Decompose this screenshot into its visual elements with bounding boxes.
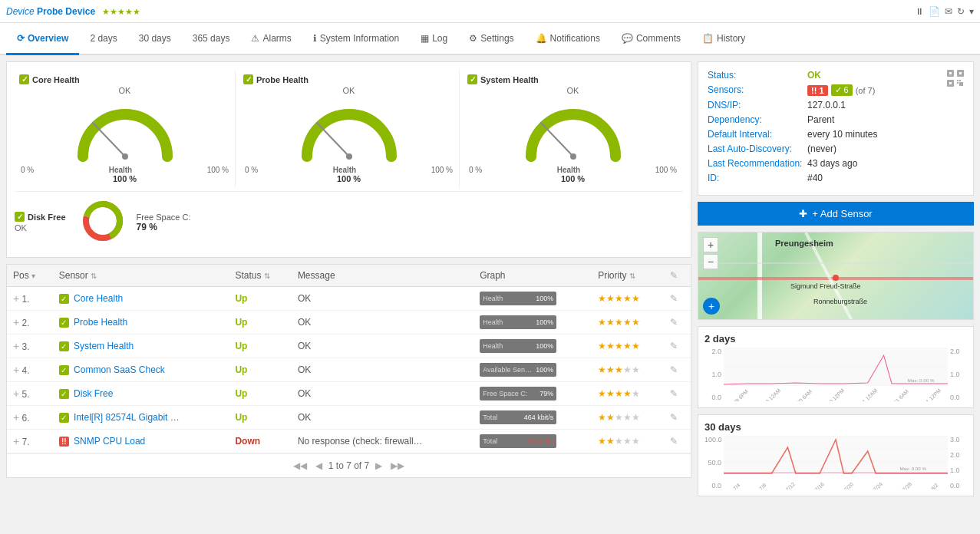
core-health-labels: 0 % Health 100 %	[19, 166, 230, 174]
cell-priority: ★★★★★	[592, 382, 664, 406]
zoom-out-btn[interactable]: −	[703, 254, 718, 269]
prev-btn[interactable]: ◀	[315, 460, 322, 471]
cell-sensor[interactable]: !! SNMP CPU Load	[53, 430, 229, 453]
table-row: + 4. ✓ Common SaaS Check Up OK Available…	[7, 358, 691, 382]
tab-alarms[interactable]: ⚠ Alarms	[240, 23, 302, 55]
core-health-title: Core Health	[32, 75, 80, 84]
cell-priority: ★★★★★	[592, 406, 664, 430]
right-panel: Status: OK Sensors: !! 1 ✓ 6 (of 7) DNS/…	[698, 61, 974, 503]
refresh-icon[interactable]: ↻	[957, 6, 965, 17]
cell-edit[interactable]: ✎	[664, 311, 691, 335]
cell-sensor[interactable]: ✓ Probe Health	[53, 311, 229, 335]
cell-sensor[interactable]: ✓ Intel[R] 82574L Gigabit …	[53, 406, 229, 430]
cell-message: OK	[292, 358, 474, 382]
autodiscovery-value: (never)	[807, 143, 836, 154]
svg-text:Max: 0.00 %: Max: 0.00 %	[908, 377, 935, 383]
svg-rect-18	[959, 82, 963, 86]
col-pos[interactable]: Pos ▾	[7, 265, 53, 287]
map-placeholder: Preungesheim Sigmund Freud-Straße Ronneb…	[698, 232, 973, 319]
cell-pos[interactable]: + 6.	[7, 406, 53, 430]
tab-settings[interactable]: ⚙ Settings	[458, 23, 524, 55]
map-street-label: Sigmund Freud-Straße	[790, 282, 861, 290]
cell-sensor[interactable]: ✓ System Health	[53, 335, 229, 358]
device-stars: ★★★★★	[102, 7, 140, 16]
tab-log[interactable]: ▦ Log	[410, 23, 458, 55]
dns-label: DNS/IP:	[708, 100, 807, 110]
alarms-icon: ⚠	[251, 33, 259, 44]
chart-30days: 30 days 100.0 50.0 0.0 3.0 2.0 1.0 0.0	[698, 414, 974, 496]
recommendation-value: 43 days ago	[807, 158, 857, 169]
history-icon: 📋	[702, 33, 714, 44]
next-btn[interactable]: ▶	[375, 460, 382, 471]
cell-edit[interactable]: ✎	[664, 358, 691, 382]
pause-icon[interactable]: ⏸	[915, 6, 924, 17]
top-bar: Device Probe Device ★★★★★ ⏸ 📄 ✉ ↻ ▾	[0, 0, 980, 23]
cell-graph: Total 464 kbit/s	[474, 406, 592, 430]
chart-30days-x: 7/4 7/8 7/12 7/16 7/20 7/24 7/28 8/2	[724, 474, 948, 490]
tab-history[interactable]: 📋 History	[691, 23, 756, 55]
qr-icon[interactable]	[947, 70, 964, 89]
autodiscovery-label: Last Auto-Discovery:	[708, 143, 807, 154]
cell-edit[interactable]: ✎	[664, 382, 691, 406]
notifications-icon: 🔔	[536, 33, 547, 44]
cell-graph: Available Sen… 100%	[474, 358, 592, 382]
cell-graph: Total No data	[474, 430, 592, 453]
map-marker	[833, 275, 839, 281]
cell-pos[interactable]: + 2.	[7, 311, 53, 335]
table-row: + 7. !! SNMP CPU Load Down No response (…	[7, 430, 691, 453]
prev-page-btn[interactable]: ◀◀	[293, 460, 307, 471]
cell-status: Up	[229, 382, 291, 406]
expand-map-btn[interactable]: +	[703, 298, 720, 315]
tab-365days[interactable]: 365 days	[182, 23, 241, 55]
cell-graph: Health 100%	[474, 311, 592, 335]
document-icon[interactable]: 📄	[929, 6, 940, 17]
email-icon[interactable]: ✉	[945, 6, 952, 17]
table-row: + 5. ✓ Disk Free Up OK Free Space C: 79%…	[7, 382, 691, 406]
cell-pos[interactable]: + 3.	[7, 335, 53, 358]
cell-sensor[interactable]: ✓ Common SaaS Check	[53, 358, 229, 382]
cell-sensor[interactable]: ✓ Core Health	[53, 287, 229, 311]
next-page-btn[interactable]: ▶▶	[391, 460, 404, 471]
chart-30days-title: 30 days	[704, 421, 967, 433]
tab-comments[interactable]: 💬 Comments	[611, 23, 691, 55]
cell-edit[interactable]: ✎	[664, 406, 691, 430]
probe-health-labels: 0 % Health 100 %	[243, 166, 454, 174]
col-status[interactable]: Status ⇅	[229, 265, 291, 287]
zoom-in-btn[interactable]: +	[703, 237, 718, 252]
tab-notifications[interactable]: 🔔 Notifications	[525, 23, 611, 55]
sensor-table: Pos ▾ Sensor ⇅ Status ⇅ Message Graph Pr…	[7, 265, 691, 453]
tab-overview[interactable]: ⟳ Overview	[6, 23, 79, 55]
cell-pos[interactable]: + 4.	[7, 358, 53, 382]
info-icon: ℹ	[313, 33, 317, 44]
plus-icon: ✚	[799, 208, 807, 219]
cell-status: Up	[229, 335, 291, 358]
tab-system-info[interactable]: ℹ System Information	[302, 23, 410, 55]
cell-edit[interactable]: ✎	[664, 335, 691, 358]
tab-2days[interactable]: 2 days	[79, 23, 127, 55]
chart-2days-y-left: 2.0 1.0 0.0	[704, 348, 724, 401]
cell-edit[interactable]: ✎	[664, 430, 691, 453]
interval-label: Default Interval:	[708, 129, 807, 140]
cell-sensor[interactable]: ✓ Disk Free	[53, 382, 229, 406]
svg-text:Max: 0.00 %: Max: 0.00 %	[899, 466, 926, 471]
cell-pos[interactable]: + 7.	[7, 430, 53, 453]
status-value: OK	[807, 70, 821, 81]
check-icon-core: ✓	[19, 74, 29, 84]
col-graph: Graph	[474, 265, 592, 287]
cell-pos[interactable]: + 1.	[7, 287, 53, 311]
sensor-badges: !! 1 ✓ 6 (of 7)	[807, 84, 875, 96]
dropdown-icon[interactable]: ▾	[969, 6, 974, 17]
disk-gauge-svg	[80, 198, 126, 244]
system-health-gauge	[520, 95, 627, 164]
probe-health-status: OK	[243, 86, 454, 95]
probe-health-title: Probe Health	[256, 75, 309, 84]
add-sensor-button[interactable]: ✚ + Add Sensor	[698, 202, 974, 226]
col-sensor[interactable]: Sensor ⇅	[53, 265, 229, 287]
chart-2days-svg: Max: 0.00 %	[724, 348, 948, 386]
disk-free-label: Free Space C:	[137, 213, 191, 222]
cell-edit[interactable]: ✎	[664, 287, 691, 311]
col-priority[interactable]: Priority ⇅	[592, 265, 664, 287]
cell-pos[interactable]: + 5.	[7, 382, 53, 406]
tab-30days[interactable]: 30 days	[128, 23, 182, 55]
gauge-system-health: ✓ System Health OK 0 % H	[463, 70, 683, 188]
